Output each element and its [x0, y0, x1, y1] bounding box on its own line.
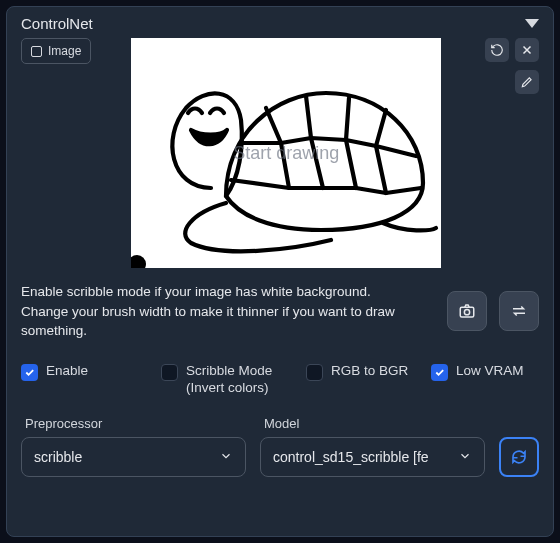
scribble-label: Scribble Mode (Invert colors): [186, 363, 296, 397]
preprocessor-select[interactable]: scribble: [21, 437, 246, 477]
controlnet-panel: ControlNet Image: [6, 6, 554, 537]
lowvram-option[interactable]: Low VRAM: [431, 363, 539, 381]
swap-button[interactable]: [499, 291, 539, 331]
selector-row: Preprocessor scribble Model control_sd15…: [21, 416, 539, 477]
svg-rect-1: [460, 308, 474, 318]
panel-header[interactable]: ControlNet: [7, 7, 553, 38]
lowvram-label: Low VRAM: [456, 363, 524, 380]
rgb-label: RGB to BGR: [331, 363, 408, 380]
enable-checkbox[interactable]: [21, 364, 38, 381]
rgb-option[interactable]: RGB to BGR: [306, 363, 421, 381]
undo-button[interactable]: [485, 38, 509, 62]
panel-body: Image: [7, 38, 553, 491]
scribble-option[interactable]: Scribble Mode (Invert colors): [161, 363, 296, 397]
enable-option[interactable]: Enable: [21, 363, 151, 381]
camera-button[interactable]: [447, 291, 487, 331]
svg-point-2: [464, 310, 469, 315]
clear-button[interactable]: [515, 38, 539, 62]
model-label: Model: [260, 416, 485, 431]
checkbox-row: Enable Scribble Mode (Invert colors) RGB…: [21, 363, 539, 397]
help-line-2: Change your brush width to make it thinn…: [21, 302, 435, 341]
collapse-triangle-icon[interactable]: [525, 19, 539, 28]
model-select[interactable]: control_sd15_scribble [fe: [260, 437, 485, 477]
model-value: control_sd15_scribble [fe: [273, 449, 452, 465]
brush-button[interactable]: [515, 70, 539, 94]
chevron-down-icon: [458, 449, 472, 466]
panel-title: ControlNet: [21, 15, 93, 32]
preprocessor-label: Preprocessor: [21, 416, 246, 431]
image-tab-button[interactable]: Image: [21, 38, 91, 64]
chevron-down-icon: [219, 449, 233, 466]
help-line-1: Enable scribble mode if your image has w…: [21, 282, 435, 302]
help-row: Enable scribble mode if your image has w…: [21, 282, 539, 341]
canvas-watermark: Start drawing: [233, 143, 339, 164]
scribble-checkbox[interactable]: [161, 364, 178, 381]
refresh-models-button[interactable]: [499, 437, 539, 477]
lowvram-checkbox[interactable]: [431, 364, 448, 381]
preprocessor-value: scribble: [34, 449, 213, 465]
drawing-canvas[interactable]: Start drawing: [131, 38, 441, 268]
svg-point-0: [131, 255, 146, 268]
enable-label: Enable: [46, 363, 88, 380]
rgb-checkbox[interactable]: [306, 364, 323, 381]
image-tab-label: Image: [48, 44, 81, 58]
image-icon: [31, 46, 42, 57]
